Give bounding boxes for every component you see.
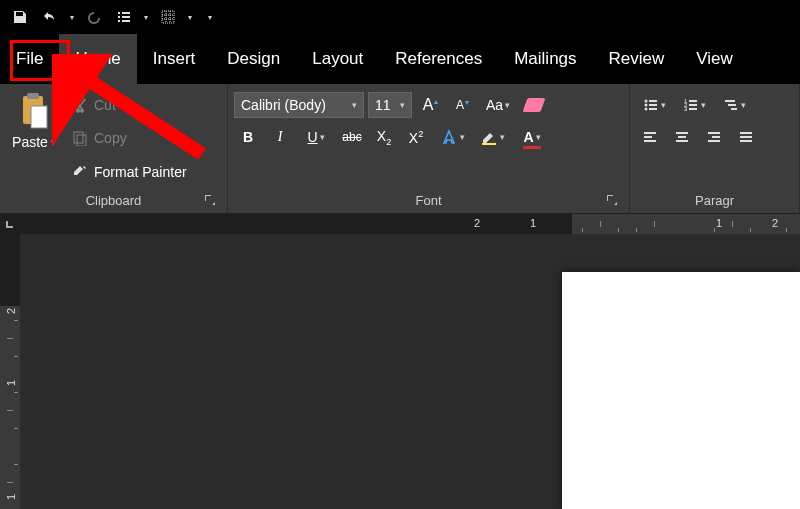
svg-rect-32 [740, 136, 752, 138]
shrink-font-button[interactable]: A▾ [448, 92, 476, 118]
group-clipboard: Paste▾ Cut Copy Format Painter Clipboard [0, 84, 228, 213]
svg-rect-28 [708, 132, 720, 134]
align-right-button[interactable] [700, 124, 728, 150]
undo-button[interactable] [36, 3, 64, 31]
copy-button[interactable]: Copy [68, 125, 191, 151]
paste-dropdown-caret: ▾ [51, 137, 56, 147]
svg-rect-14 [689, 100, 697, 102]
clipboard-dialog-launcher[interactable] [203, 194, 217, 208]
superscript-button[interactable]: X2 [402, 124, 430, 150]
subscript-button[interactable]: X2 [370, 124, 398, 150]
font-name-value: Calibri (Body) [241, 97, 326, 113]
svg-rect-30 [708, 140, 720, 142]
svg-rect-12 [649, 108, 657, 110]
svg-rect-19 [725, 100, 735, 102]
align-center-button[interactable] [668, 124, 696, 150]
cut-button[interactable]: Cut [68, 92, 191, 118]
ruler-h-num-3: 2 [772, 217, 778, 229]
font-size-combo[interactable]: 11▾ [368, 92, 412, 118]
svg-rect-31 [740, 132, 752, 134]
tab-view[interactable]: View [680, 34, 749, 84]
svg-rect-25 [676, 132, 688, 134]
list-style-dropdown[interactable]: ▾ [140, 13, 152, 22]
grow-font-button[interactable]: A▴ [416, 92, 444, 118]
tab-mailings[interactable]: Mailings [498, 34, 592, 84]
strikethrough-button[interactable]: abc [338, 124, 366, 150]
svg-rect-2 [27, 93, 39, 99]
tab-review[interactable]: Review [593, 34, 681, 84]
ruler-h-num-2: 1 [716, 217, 722, 229]
format-painter-button[interactable]: Format Painter [68, 159, 191, 185]
format-painter-label: Format Painter [94, 164, 187, 180]
tab-layout[interactable]: Layout [296, 34, 379, 84]
paste-label: Paste [12, 134, 48, 150]
redo-button[interactable] [80, 3, 108, 31]
svg-rect-33 [740, 140, 752, 142]
underline-button[interactable]: U▾ [298, 124, 334, 150]
font-dialog-launcher[interactable] [605, 194, 619, 208]
justify-button[interactable] [732, 124, 760, 150]
font-size-value: 11 [375, 97, 391, 113]
ruler-vertical[interactable]: 2 1 1 [0, 234, 20, 509]
align-left-button[interactable] [636, 124, 664, 150]
save-button[interactable] [6, 3, 34, 31]
change-case-button[interactable]: Aa▾ [480, 92, 516, 118]
svg-point-11 [644, 108, 647, 111]
svg-rect-16 [689, 104, 697, 106]
bullets-button[interactable]: ▾ [636, 92, 672, 118]
undo-dropdown[interactable]: ▾ [66, 13, 78, 22]
italic-button[interactable]: I [266, 124, 294, 150]
svg-rect-4 [74, 132, 83, 143]
group-font: Calibri (Body)▾ 11▾ A▴ A▾ Aa▾ B I U▾ abc… [228, 84, 630, 213]
ribbon: Paste▾ Cut Copy Format Painter Clipboard [0, 84, 800, 214]
svg-text:3: 3 [684, 106, 688, 112]
tab-references[interactable]: References [379, 34, 498, 84]
text-effects-button[interactable]: ▾ [434, 124, 470, 150]
group-clipboard-label: Clipboard [86, 193, 142, 208]
bold-button[interactable]: B [234, 124, 262, 150]
numbering-button[interactable]: 123▾ [676, 92, 712, 118]
ruler-v-num-0: 2 [5, 308, 17, 314]
svg-rect-24 [644, 140, 656, 142]
svg-rect-23 [644, 136, 652, 138]
group-paragraph: ▾ 123▾ ▾ Paragr [630, 84, 800, 213]
tab-file[interactable]: File [0, 34, 59, 84]
svg-rect-18 [689, 108, 697, 110]
cut-label: Cut [94, 97, 116, 113]
tab-design[interactable]: Design [211, 34, 296, 84]
eraser-icon [522, 98, 545, 112]
font-color-button[interactable]: A▾ [514, 124, 550, 150]
svg-rect-5 [77, 135, 86, 146]
svg-rect-3 [31, 106, 47, 128]
group-paragraph-label: Paragr [695, 193, 734, 208]
multilevel-list-button[interactable]: ▾ [716, 92, 752, 118]
ruler-horizontal[interactable]: 2 1 1 2 [20, 214, 800, 234]
tab-selector[interactable] [0, 214, 20, 234]
ruler-v-num-1: 1 [5, 380, 17, 386]
document-page[interactable] [562, 272, 800, 509]
svg-rect-22 [644, 132, 656, 134]
font-name-combo[interactable]: Calibri (Body)▾ [234, 92, 364, 118]
svg-rect-29 [712, 136, 720, 138]
qat-customize-dropdown[interactable]: ▾ [204, 13, 216, 22]
tab-insert[interactable]: Insert [137, 34, 212, 84]
ribbon-tabs: File Home Insert Design Layout Reference… [0, 34, 800, 84]
clear-formatting-button[interactable] [520, 92, 548, 118]
table-grid-button[interactable] [154, 3, 182, 31]
svg-rect-26 [678, 136, 686, 138]
list-style-button[interactable] [110, 3, 138, 31]
ruler-h-num-0: 2 [474, 217, 480, 229]
tab-home[interactable]: Home [59, 34, 136, 84]
svg-rect-8 [649, 100, 657, 102]
copy-label: Copy [94, 130, 127, 146]
paste-button[interactable]: Paste▾ [6, 88, 62, 189]
quick-access-toolbar: ▾ ▾ ▾ ▾ [0, 0, 800, 34]
ruler-v-num-2: 1 [5, 494, 17, 500]
group-font-label: Font [415, 193, 441, 208]
highlight-button[interactable]: ▾ [474, 124, 510, 150]
svg-rect-20 [728, 104, 736, 106]
svg-rect-10 [649, 104, 657, 106]
table-grid-dropdown[interactable]: ▾ [184, 13, 196, 22]
svg-rect-27 [676, 140, 688, 142]
document-workspace: 2 1 1 2 2 1 1 [0, 214, 800, 509]
